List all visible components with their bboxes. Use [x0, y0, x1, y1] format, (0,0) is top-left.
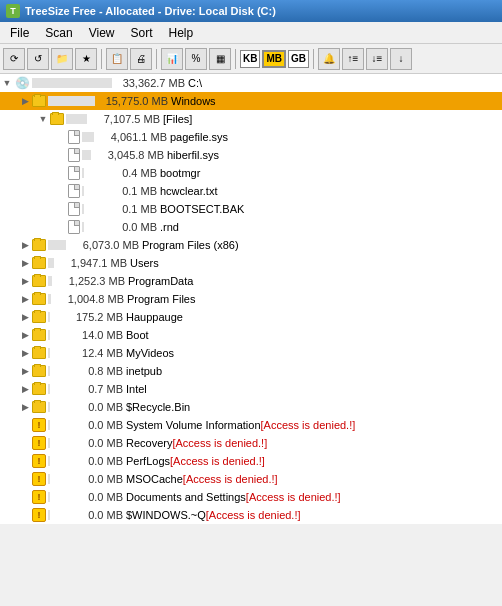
expander-icon[interactable]: ▶: [18, 274, 32, 288]
expander-icon[interactable]: ▶: [18, 346, 32, 360]
expander-icon[interactable]: [54, 148, 68, 162]
size-value: 7,107.5 MB: [90, 113, 160, 125]
chart-button[interactable]: 📊: [161, 48, 183, 70]
expander-icon[interactable]: [18, 454, 32, 468]
expander-icon[interactable]: ▼: [36, 112, 50, 126]
arrow-down-button[interactable]: ↓: [390, 48, 412, 70]
expander-icon[interactable]: [18, 418, 32, 432]
copy-button[interactable]: 📋: [106, 48, 128, 70]
tree-row[interactable]: ▶0.7 MBIntel: [0, 380, 502, 398]
tree-row[interactable]: ▶15,775.0 MBWindows: [0, 92, 502, 110]
tree-row[interactable]: ▶14.0 MBBoot: [0, 326, 502, 344]
folder-button[interactable]: 📁: [51, 48, 73, 70]
menu-file[interactable]: File: [2, 24, 37, 42]
expander-icon[interactable]: [18, 508, 32, 522]
size-value: 12.4 MB: [53, 347, 123, 359]
tree-row[interactable]: ▼💿33,362.7 MBC:\: [0, 74, 502, 92]
tree-row[interactable]: ▶1,252.3 MBProgramData: [0, 272, 502, 290]
tree-row[interactable]: !0.0 MBMSOCache [Access is denied.!]: [0, 470, 502, 488]
menu-help[interactable]: Help: [161, 24, 202, 42]
size-value: 4,061.1 MB: [97, 131, 167, 143]
expander-icon[interactable]: [18, 490, 32, 504]
expander-icon[interactable]: [54, 184, 68, 198]
tree-row[interactable]: ▶1,947.1 MBUsers: [0, 254, 502, 272]
item-name: Program Files (x86): [142, 239, 239, 251]
size-bar: [48, 312, 50, 322]
tree-row[interactable]: !0.0 MBSystem Volume Information [Access…: [0, 416, 502, 434]
size-value: 0.4 MB: [87, 167, 157, 179]
expander-icon[interactable]: [54, 130, 68, 144]
tree-row[interactable]: ▶6,073.0 MBProgram Files (x86): [0, 236, 502, 254]
expander-icon[interactable]: ▶: [18, 364, 32, 378]
tree-row[interactable]: ▶1,004.8 MBProgram Files: [0, 290, 502, 308]
expander-icon[interactable]: [18, 472, 32, 486]
tree-row[interactable]: !0.0 MB$WINDOWS.~Q [Access is denied.!]: [0, 506, 502, 524]
access-denied-label: [Access is denied.!]: [246, 491, 341, 503]
percent-button[interactable]: %: [185, 48, 207, 70]
folder-icon: [32, 311, 46, 323]
item-name: Users: [130, 257, 159, 269]
speaker-button[interactable]: 🔔: [318, 48, 340, 70]
title-bar-text: TreeSize Free - Allocated - Drive: Local…: [25, 5, 276, 17]
refresh-button[interactable]: ↺: [27, 48, 49, 70]
size-bar: [48, 456, 50, 466]
app-icon: T: [6, 4, 20, 18]
tree-row[interactable]: ▼7,107.5 MB[Files]: [0, 110, 502, 128]
gb-label[interactable]: GB: [288, 50, 309, 68]
item-name: pagefile.sys: [170, 131, 228, 143]
tree-row[interactable]: ▶0.0 MB$Recycle.Bin: [0, 398, 502, 416]
print-button[interactable]: 🖨: [130, 48, 152, 70]
menu-sort[interactable]: Sort: [123, 24, 161, 42]
expander-icon[interactable]: ▶: [18, 292, 32, 306]
export-button[interactable]: ★: [75, 48, 97, 70]
expander-icon[interactable]: ▶: [18, 238, 32, 252]
expander-icon[interactable]: ▶: [18, 328, 32, 342]
expander-icon[interactable]: ▶: [18, 382, 32, 396]
size-value: 3,045.8 MB: [94, 149, 164, 161]
scan-button[interactable]: ⟳: [3, 48, 25, 70]
expander-icon[interactable]: ▶: [18, 400, 32, 414]
expander-icon[interactable]: [54, 166, 68, 180]
size-value: 14.0 MB: [53, 329, 123, 341]
menu-scan[interactable]: Scan: [37, 24, 80, 42]
expander-icon[interactable]: ▼: [0, 76, 14, 90]
expander-icon[interactable]: [18, 436, 32, 450]
tree-row[interactable]: !0.0 MBPerfLogs [Access is denied.!]: [0, 452, 502, 470]
warning-icon: !: [32, 418, 46, 432]
tree-row[interactable]: ▶0.8 MBinetpub: [0, 362, 502, 380]
size-bar: [82, 204, 84, 214]
menu-view[interactable]: View: [81, 24, 123, 42]
item-name: Hauppauge: [126, 311, 183, 323]
size-bar: [82, 150, 91, 160]
tree-row[interactable]: 0.0 MB.rnd: [0, 218, 502, 236]
expander-icon[interactable]: [54, 202, 68, 216]
item-name: MSOCache: [126, 473, 183, 485]
folder-icon: [32, 257, 46, 269]
sort-asc-button[interactable]: ↑≡: [342, 48, 364, 70]
tree-row[interactable]: 0.4 MBbootmgr: [0, 164, 502, 182]
item-name: Program Files: [127, 293, 195, 305]
expander-icon[interactable]: ▶: [18, 94, 32, 108]
tree-row[interactable]: !0.0 MBDocuments and Settings [Access is…: [0, 488, 502, 506]
barchart-button[interactable]: ▦: [209, 48, 231, 70]
expander-icon[interactable]: [54, 220, 68, 234]
tree-row[interactable]: 4,061.1 MBpagefile.sys: [0, 128, 502, 146]
expander-icon[interactable]: ▶: [18, 256, 32, 270]
tree-row[interactable]: ▶12.4 MBMyVideos: [0, 344, 502, 362]
tree-row[interactable]: 0.1 MBBOOTSECT.BAK: [0, 200, 502, 218]
expander-icon[interactable]: ▶: [18, 310, 32, 324]
size-value: 0.7 MB: [53, 383, 123, 395]
kb-label[interactable]: KB: [240, 50, 260, 68]
file-icon: [68, 202, 80, 216]
toolbar: ⟳ ↺ 📁 ★ 📋 🖨 📊 % ▦ KB MB GB 🔔 ↑≡ ↓≡ ↓: [0, 44, 502, 74]
item-name: hiberfil.sys: [167, 149, 219, 161]
access-denied-label: [Access is denied.!]: [172, 437, 267, 449]
size-value: 1,004.8 MB: [54, 293, 124, 305]
mb-label[interactable]: MB: [262, 50, 286, 68]
tree-row[interactable]: ▶175.2 MBHauppauge: [0, 308, 502, 326]
tree-row[interactable]: !0.0 MBRecovery [Access is denied.!]: [0, 434, 502, 452]
sort-desc-button[interactable]: ↓≡: [366, 48, 388, 70]
tree-row[interactable]: 3,045.8 MBhiberfil.sys: [0, 146, 502, 164]
tree-row[interactable]: 0.1 MBhcwclear.txt: [0, 182, 502, 200]
item-name: Intel: [126, 383, 147, 395]
